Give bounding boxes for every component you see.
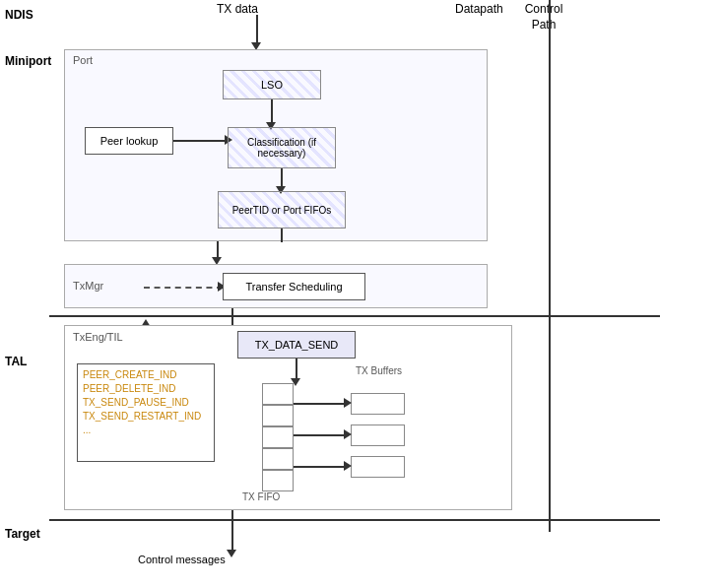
fifo-to-buf3-line: [294, 466, 348, 468]
peertid-box: PeerTID or Port FIFOs: [218, 191, 346, 229]
datapath-label: Datapath: [455, 2, 503, 16]
txmgr-label: TxMgr: [73, 280, 103, 292]
control-messages-label: Control messages: [138, 554, 226, 565]
fifo-to-buf3-arrowhead: [344, 461, 352, 471]
tal-label: TAL: [5, 355, 27, 368]
tx-buffer-1: [351, 393, 405, 415]
tx-fifo-label: TX FIFO: [242, 491, 280, 502]
control-path-label: Control Path: [519, 2, 568, 33]
peertid-down-line: [281, 229, 283, 242]
class-to-peer-line: [281, 168, 283, 188]
fifo-cell-2: [262, 405, 294, 426]
fifo-to-buf2-arrowhead: [344, 429, 352, 439]
tx-data-send-box: TX_DATA_SEND: [237, 331, 356, 359]
fifo-cell-4: [262, 448, 294, 470]
peer-to-class-line: [173, 140, 228, 142]
tx-data-label: TX data: [217, 2, 258, 16]
fifo-cell-1: [262, 383, 294, 405]
tal-to-target-arrowhead: [227, 550, 236, 557]
fifo-cell-5: [262, 470, 294, 491]
miniport-tal-divider: [49, 315, 660, 317]
classification-box: Classification (if necessary): [228, 127, 336, 168]
tal-to-target-line: [231, 510, 233, 552]
fifo-to-buf2-line: [294, 434, 348, 436]
peer-delete-text: PEER_DELETE_IND: [83, 383, 209, 394]
peer-lookup-box: Peer lookup: [85, 127, 173, 155]
txmgr-section: TxMgr Transfer Scheduling: [64, 264, 488, 308]
control-path-line: [549, 0, 551, 532]
port-label: Port: [73, 54, 93, 66]
diagram-container: NDIS TX data Datapath Control Path Minip…: [0, 0, 724, 588]
miniport-label: Miniport: [5, 54, 51, 68]
tx-data-send-down-line: [296, 359, 297, 380]
tx-buffers-label: TX Buffers: [356, 365, 402, 376]
ellipsis-text: ...: [83, 425, 209, 435]
target-label: Target: [5, 527, 40, 541]
indications-box: PEER_CREATE_IND PEER_DELETE_IND TX_SEND_…: [77, 363, 215, 462]
tx-buffer-3: [351, 456, 405, 478]
lso-to-class-line: [271, 99, 273, 124]
txeng-label: TxEng/TIL: [73, 331, 123, 343]
txeng-section: TxEng/TIL TX_DATA_SEND PEER_CREATE_IND P…: [64, 325, 512, 510]
tx-data-arrow-line: [256, 15, 258, 44]
fifo-to-buf1-arrowhead: [344, 398, 352, 408]
tx-send-pause-text: TX_SEND_PAUSE_IND: [83, 397, 209, 408]
tal-target-divider: [49, 519, 660, 521]
tx-buffer-2: [351, 425, 405, 446]
lso-box: LSO: [223, 70, 321, 99]
peer-create-text: PEER_CREATE_IND: [83, 369, 209, 380]
fifo-cell-3: [262, 426, 294, 448]
fifo-to-buf1-line: [294, 403, 348, 405]
transfer-scheduling-box: Transfer Scheduling: [223, 273, 365, 300]
ndis-label: NDIS: [5, 8, 33, 22]
port-section: Port LSO Peer lookup Classification (if …: [64, 49, 488, 241]
txmgr-dashed-h: [144, 287, 223, 289]
tx-send-restart-text: TX_SEND_RESTART_IND: [83, 411, 209, 422]
